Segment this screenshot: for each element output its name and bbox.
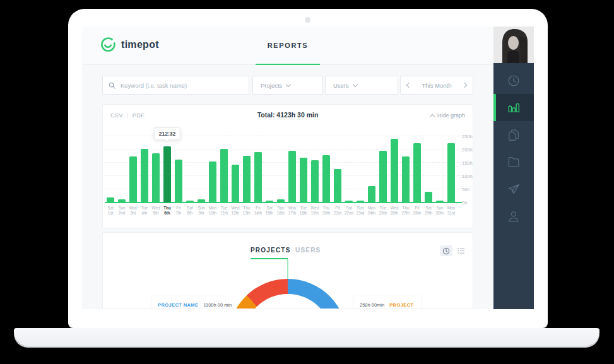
chevron-left-icon[interactable] <box>406 83 411 88</box>
tab-users[interactable]: USERS <box>295 247 321 254</box>
sidebar-item-reports[interactable] <box>493 94 534 121</box>
clock-icon <box>507 74 521 88</box>
bar-tooltip: 212:32 <box>154 127 180 140</box>
x-tick-label: Wed26th <box>389 206 400 216</box>
donut-connector-line <box>287 259 288 279</box>
documents-icon <box>507 128 521 142</box>
bar[interactable] <box>252 136 264 203</box>
brand-name: timepot <box>121 39 159 50</box>
project-time-value: 1100h 00 min <box>203 302 232 308</box>
bar[interactable] <box>355 136 366 203</box>
users-dropdown[interactable]: Users <box>325 76 398 95</box>
x-tick-label: Sat1st <box>105 206 116 216</box>
x-tick-label: Tue4th <box>139 206 150 216</box>
active-tab-underline <box>256 64 320 65</box>
bar[interactable] <box>332 136 343 203</box>
chevron-down-icon <box>286 81 291 86</box>
bar[interactable] <box>423 136 434 203</box>
project-time-value: 250h 00min <box>360 302 384 308</box>
y-tick-label: 200h <box>462 147 473 153</box>
user-avatar[interactable] <box>493 26 534 63</box>
project-legend-row[interactable]: 250h 00min PROJECT <box>354 296 421 309</box>
bar[interactable] <box>321 136 332 203</box>
bar[interactable] <box>184 136 196 203</box>
x-tick-label: Tue18th <box>298 206 309 216</box>
bar[interactable] <box>105 136 116 203</box>
projects-dropdown-label: Projects <box>261 82 282 89</box>
folder-icon <box>507 155 521 169</box>
time-view-toggle[interactable] <box>440 245 452 256</box>
bar[interactable] <box>218 136 230 203</box>
app-header: REPORTS timepot <box>82 26 493 65</box>
bar[interactable] <box>139 136 150 203</box>
bar[interactable] <box>264 136 275 203</box>
projects-dropdown[interactable]: Projects <box>252 76 323 95</box>
sidebar-item-projects[interactable] <box>493 148 534 175</box>
keyword-input[interactable] <box>119 81 249 90</box>
x-tick-label: Thu13th <box>241 206 252 216</box>
bar[interactable] <box>196 136 207 203</box>
chevron-up-icon <box>430 114 435 119</box>
breakdown-panel: PROJECTS USERS <box>102 232 473 309</box>
laptop-base <box>14 328 599 346</box>
bar[interactable] <box>377 136 389 203</box>
x-tick-label: Sat22nd <box>343 206 355 216</box>
bar-chart-icon <box>507 101 521 115</box>
brand-logo[interactable]: timepot <box>100 37 159 53</box>
active-tab-underline <box>251 258 288 259</box>
bar[interactable] <box>309 136 321 203</box>
bar[interactable] <box>366 136 377 203</box>
keyword-search-field <box>102 76 249 95</box>
bar-plot: 212:32 <box>105 136 457 203</box>
user-icon <box>507 209 521 223</box>
chevron-down-icon <box>353 81 358 86</box>
bar[interactable] <box>127 136 139 203</box>
chevron-right-icon[interactable] <box>462 83 467 88</box>
x-tick-label: Mon17th <box>286 206 298 216</box>
bar[interactable] <box>173 136 184 203</box>
bar[interactable] <box>275 136 286 203</box>
hide-graph-label: Hide graph <box>437 112 465 119</box>
bar[interactable] <box>400 136 411 203</box>
x-tick-label: Sun16th <box>275 206 286 216</box>
bar[interactable] <box>150 136 162 203</box>
x-tick-label: Mon3rd <box>127 206 139 216</box>
y-tick-label: 50h <box>462 187 470 192</box>
x-tick-label: Mon10th <box>207 206 218 216</box>
sidebar-item-documents[interactable] <box>493 121 534 148</box>
sidebar-item-travel[interactable] <box>493 175 534 203</box>
timepot-logo-icon <box>100 37 116 53</box>
tab-projects[interactable]: PROJECTS <box>251 247 291 254</box>
x-tick-label: Sat15th <box>264 206 275 216</box>
bar[interactable] <box>241 136 252 203</box>
y-tick-label: 150h <box>462 160 473 166</box>
bar[interactable] <box>230 136 241 203</box>
list-view-toggle[interactable] <box>455 245 468 256</box>
project-legend-row[interactable]: PROJECT NAME 1100h 00 min <box>152 296 225 309</box>
bar[interactable] <box>116 136 127 203</box>
bar[interactable] <box>434 136 446 203</box>
bar[interactable] <box>343 136 355 203</box>
bar[interactable] <box>286 136 298 203</box>
tab-reports-label: REPORTS <box>268 42 308 49</box>
x-tick-label: Fri7th <box>173 206 184 216</box>
bar[interactable] <box>207 136 218 203</box>
donut-chart[interactable] <box>228 279 347 309</box>
clock-icon <box>442 247 450 255</box>
sidebar-item-time[interactable] <box>493 67 534 94</box>
list-icon <box>458 247 465 254</box>
bar[interactable] <box>298 136 309 203</box>
hide-graph-button[interactable]: Hide graph <box>430 112 465 119</box>
bar[interactable] <box>162 136 173 203</box>
search-icon <box>109 82 115 89</box>
sidebar-item-profile[interactable] <box>493 203 534 230</box>
period-label: This Month <box>422 82 452 89</box>
x-tick-label: Sat8th <box>184 206 196 216</box>
bar[interactable] <box>411 136 423 203</box>
y-tick-label: 250h <box>462 134 473 139</box>
x-tick-label: Fri21st <box>332 206 343 216</box>
y-tick-label: 100h <box>462 173 473 179</box>
x-tick-label: Sun23rd <box>355 206 366 216</box>
bar[interactable] <box>446 136 457 203</box>
bar[interactable] <box>389 136 400 203</box>
